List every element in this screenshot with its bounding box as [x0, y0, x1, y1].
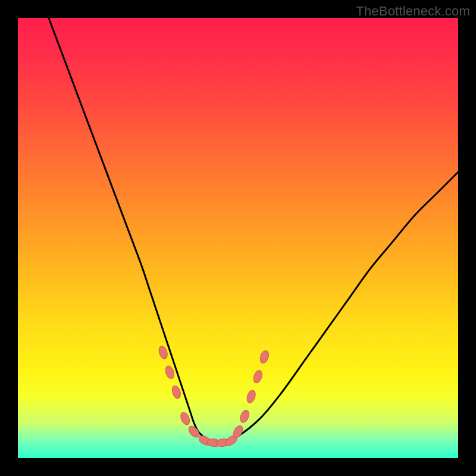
curve-marker	[239, 409, 250, 424]
curve-marker	[179, 411, 192, 426]
curve-marker	[164, 365, 176, 380]
watermark-text: TheBottleneck.com	[356, 4, 470, 19]
plot-area	[18, 18, 458, 458]
curve-layer	[18, 18, 458, 458]
curve-marker	[259, 349, 270, 364]
marker-group	[158, 345, 270, 447]
chart-frame: TheBottleneck.com	[0, 0, 476, 476]
curve-marker	[246, 389, 257, 404]
curve-marker	[171, 385, 182, 400]
curve-marker	[158, 345, 169, 360]
curve-marker	[252, 369, 264, 384]
